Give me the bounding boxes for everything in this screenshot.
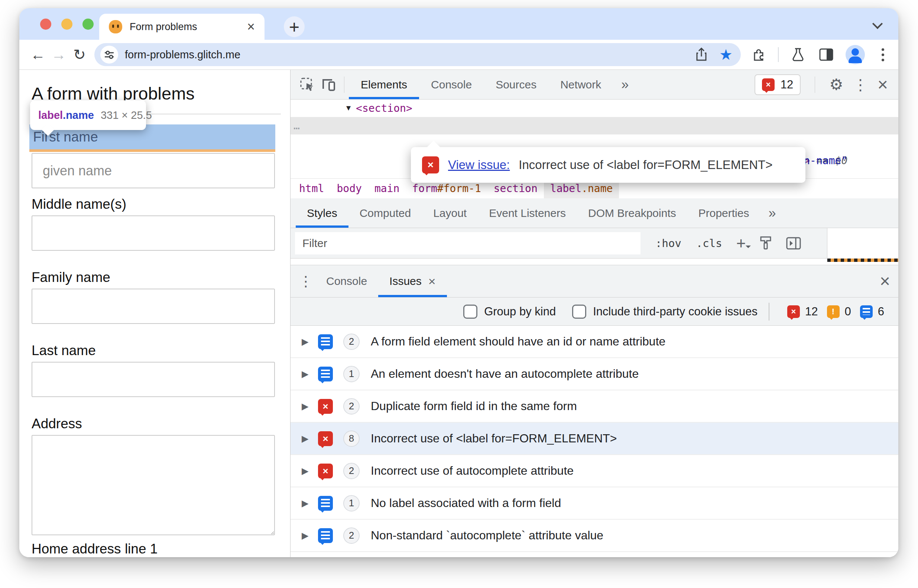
issue-row[interactable]: ▶ 2 Non-standard `autocomplete` attribut… — [291, 520, 898, 552]
issue-title: An element doesn't have an autocomplete … — [371, 367, 638, 381]
group-by-kind-label: Group by kind — [484, 305, 556, 318]
middle-name-input[interactable] — [32, 215, 275, 251]
expand-arrow-icon[interactable]: ▶ — [302, 336, 318, 347]
tree-row-section[interactable]: ▼<section> — [291, 100, 898, 117]
devtools-menu-icon[interactable]: ⋮ — [853, 77, 868, 92]
styles-pane-column — [827, 228, 898, 262]
tab-styles[interactable]: Styles — [296, 198, 349, 228]
issues-count: 12 — [781, 78, 793, 91]
breadcrumb-main[interactable]: main — [368, 179, 406, 199]
bookmark-star-icon[interactable]: ★ — [717, 46, 735, 63]
issue-row[interactable]: ▶ 1 An element doesn't have an autocompl… — [291, 358, 898, 390]
expand-arrow-icon[interactable]: ▶ — [302, 498, 318, 509]
tooltip-selector: label.name — [38, 109, 94, 121]
profile-avatar[interactable] — [845, 45, 865, 64]
drawer-menu-icon[interactable]: ⋮ — [299, 273, 315, 289]
issue-row[interactable]: ▶ × 2 Incorrect use of autocomplete attr… — [291, 455, 898, 487]
tab-elements[interactable]: Elements — [349, 70, 419, 99]
web-page-pane: A form with problems First name Middle n… — [19, 70, 291, 557]
more-style-tabs-icon[interactable]: » — [760, 205, 784, 221]
breadcrumb-html[interactable]: html — [293, 179, 330, 199]
address-bar[interactable]: form-problems.glitch.me ★ — [94, 43, 741, 66]
drawer-tab-issues[interactable]: Issues × — [378, 265, 447, 297]
reload-button[interactable]: ↻ — [69, 44, 90, 65]
share-icon[interactable] — [692, 46, 710, 63]
issue-row[interactable]: ▶ 2 A form field element should have an … — [291, 326, 898, 358]
tab-favicon-icon — [109, 20, 122, 34]
chrome-menu-icon[interactable] — [875, 48, 890, 61]
tab-dom-breakpoints[interactable]: DOM Breakpoints — [577, 198, 687, 228]
expand-arrow-icon[interactable]: ▶ — [302, 369, 318, 379]
issue-title: Duplicate form field id in the same form — [371, 399, 577, 413]
error-count-group: × 12 — [787, 305, 818, 318]
site-settings-icon[interactable] — [100, 46, 118, 63]
breadcrumb-body[interactable]: body — [330, 179, 368, 199]
url-text[interactable]: form-problems.glitch.me — [125, 48, 686, 61]
issue-count-badge: 2 — [343, 463, 360, 479]
drawer-close-icon[interactable]: × — [880, 273, 890, 289]
address-textarea[interactable] — [32, 435, 275, 535]
drawer-tab-console[interactable]: Console — [315, 265, 378, 297]
settings-gear-icon[interactable]: ⚙ — [829, 75, 843, 94]
expand-arrow-icon[interactable]: ▶ — [302, 401, 318, 412]
devtools-tab-bar: Elements Console Sources Network » × 12 … — [291, 70, 898, 100]
toolbar-actions — [745, 45, 890, 64]
third-party-checkbox[interactable] — [572, 305, 586, 319]
styles-filter-bar: :hov .cls + — [291, 228, 898, 258]
tab-sources[interactable]: Sources — [484, 70, 548, 99]
styles-pane-spacer — [291, 259, 898, 265]
issue-row[interactable]: ▶ × 2 Duplicate form field id in the sam… — [291, 390, 898, 423]
issue-count-badge: 1 — [343, 366, 360, 382]
new-style-rule-button[interactable]: + — [736, 235, 746, 252]
new-tab-button[interactable]: + — [284, 16, 305, 37]
issues-count-button[interactable]: × 12 — [755, 74, 801, 95]
close-window-button[interactable] — [40, 19, 51, 30]
issues-tab-close-icon[interactable]: × — [428, 265, 436, 297]
device-toolbar-icon[interactable] — [318, 74, 339, 96]
collapse-arrow-icon[interactable]: ▼ — [346, 99, 351, 116]
group-by-kind-checkbox[interactable] — [463, 305, 477, 319]
inspect-dimensions-tooltip: label.name 331 × 25.5 — [30, 100, 146, 130]
expand-arrow-icon[interactable]: ▶ — [302, 466, 318, 476]
computed-panel-toggle-icon[interactable] — [786, 237, 802, 250]
last-name-input[interactable] — [32, 362, 275, 397]
experiments-flask-icon[interactable] — [789, 46, 807, 63]
issue-count-badge: 8 — [343, 431, 360, 447]
toggle-hover-state[interactable]: :hov — [655, 237, 681, 250]
overflow-ellipsis[interactable]: … — [294, 117, 301, 134]
expand-arrow-icon[interactable]: ▶ — [302, 433, 318, 444]
minimize-window-button[interactable] — [61, 19, 73, 30]
tab-event-listeners[interactable]: Event Listeners — [478, 198, 577, 228]
side-panel-icon[interactable] — [817, 46, 835, 63]
tab-computed[interactable]: Computed — [349, 198, 422, 228]
tree-row-label-selected[interactable]: … <label for class="name" name="first-na… — [291, 117, 898, 134]
inspect-element-icon[interactable] — [296, 74, 318, 96]
devtools-close-icon[interactable]: × — [878, 76, 888, 93]
expand-arrow-icon[interactable]: ▶ — [302, 530, 318, 541]
devtools-actions: × 12 ⚙ ⋮ × — [755, 74, 892, 95]
issue-count-badge: 2 — [343, 334, 360, 350]
browser-tab[interactable]: Form problems × — [99, 14, 265, 40]
warning-count-group: ! 0 — [827, 305, 851, 318]
view-issue-link[interactable]: View issue: — [448, 158, 510, 172]
tab-layout[interactable]: Layout — [422, 198, 478, 228]
tab-properties[interactable]: Properties — [687, 198, 760, 228]
extensions-icon[interactable] — [750, 46, 768, 63]
maximize-window-button[interactable] — [82, 19, 94, 30]
family-name-input[interactable] — [32, 289, 275, 324]
tab-search-chevron-icon[interactable] — [872, 19, 883, 29]
issue-row-selected[interactable]: ▶ × 8 Incorrect use of <label for=FORM_E… — [291, 423, 898, 455]
tab-close-icon[interactable]: × — [247, 20, 255, 34]
forward-button[interactable]: → — [48, 44, 69, 65]
warning-badge-icon: ! — [827, 305, 840, 318]
more-tabs-icon[interactable]: » — [613, 77, 637, 92]
toggle-class-editor[interactable]: .cls — [696, 237, 722, 250]
rendering-brush-icon[interactable] — [758, 236, 773, 251]
back-button[interactable]: ← — [27, 44, 48, 65]
tab-console[interactable]: Console — [419, 70, 484, 99]
tab-network[interactable]: Network — [548, 70, 613, 99]
issue-row[interactable]: ▶ 1 No label associated with a form fiel… — [291, 487, 898, 520]
styles-filter-input[interactable] — [295, 232, 640, 254]
warning-count: 0 — [845, 305, 851, 318]
given-name-input[interactable] — [32, 153, 275, 188]
